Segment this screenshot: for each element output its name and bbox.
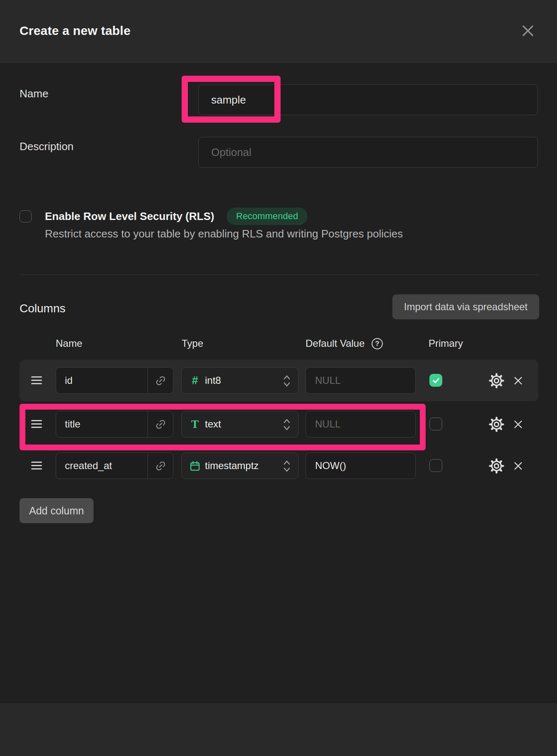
column-header-type: Type <box>182 338 203 349</box>
primary-checkbox[interactable] <box>429 459 442 472</box>
column-settings-button[interactable] <box>488 372 505 389</box>
default-value-cell <box>306 452 416 479</box>
add-column-button[interactable]: Add column <box>20 498 94 523</box>
column-name-cell <box>56 367 173 394</box>
drag-handle-icon[interactable] <box>31 376 42 384</box>
x-icon <box>513 460 524 472</box>
dialog-header: Create a new table <box>0 0 557 64</box>
default-value-input[interactable] <box>306 368 415 393</box>
column-row-title: T text <box>20 403 538 445</box>
dialog-title: Create a new table <box>20 24 131 38</box>
link-icon <box>155 419 166 430</box>
description-label: Description <box>20 140 74 153</box>
chevron-up-down-icon <box>282 373 291 388</box>
check-icon <box>431 376 441 385</box>
column-name-input[interactable] <box>56 411 148 437</box>
remove-column-button[interactable] <box>512 460 524 472</box>
help-icon[interactable]: ? <box>372 338 383 349</box>
column-settings-button[interactable] <box>488 416 505 432</box>
column-settings-button[interactable] <box>488 457 505 474</box>
default-value-cell <box>306 411 416 437</box>
column-header-name: Name <box>56 338 82 349</box>
column-type-select[interactable]: # int8 <box>181 367 298 394</box>
default-value-input[interactable] <box>306 411 415 437</box>
column-type-select[interactable]: timestamptz <box>181 452 298 479</box>
foreign-key-button[interactable] <box>148 411 173 437</box>
text-type-icon: T <box>189 418 201 431</box>
column-header-default-value: Default Value <box>306 338 365 349</box>
remove-column-button[interactable] <box>512 374 524 387</box>
default-value-cell <box>306 367 416 394</box>
link-icon <box>155 460 166 472</box>
rls-label: Enable Row Level Security (RLS) <box>45 210 214 223</box>
column-name-cell <box>56 411 173 437</box>
chevron-up-down-icon <box>282 459 291 474</box>
close-button[interactable] <box>519 22 537 40</box>
foreign-key-button[interactable] <box>148 453 173 479</box>
table-name-input[interactable] <box>198 84 538 115</box>
column-row-id: # int8 <box>20 360 538 401</box>
remove-column-button[interactable] <box>512 418 524 430</box>
primary-checkbox[interactable] <box>429 374 442 387</box>
gear-icon <box>489 373 504 388</box>
drag-handle-icon[interactable] <box>31 462 42 469</box>
gear-icon <box>489 458 504 474</box>
close-icon <box>520 23 536 39</box>
column-name-cell <box>56 452 173 479</box>
gear-icon <box>489 417 504 432</box>
description-input[interactable] <box>198 137 538 168</box>
rls-description: Restrict access to your table by enablin… <box>45 227 403 240</box>
link-icon <box>155 375 166 386</box>
create-table-dialog: Create a new table Name Description Enab… <box>0 0 557 756</box>
columns-heading: Columns <box>20 302 65 315</box>
chevron-up-down-icon <box>282 417 291 432</box>
primary-checkbox[interactable] <box>429 418 442 430</box>
dialog-footer: Cancel Save <box>0 703 557 756</box>
default-value-input[interactable] <box>306 453 415 479</box>
column-header-primary: Primary <box>429 338 463 349</box>
drag-handle-icon[interactable] <box>31 420 42 428</box>
column-type-select[interactable]: T text <box>181 411 298 437</box>
column-name-input[interactable] <box>56 368 148 393</box>
name-label: Name <box>20 87 48 100</box>
import-spreadsheet-button[interactable]: Import data via spreadsheet <box>392 294 539 319</box>
foreign-key-button[interactable] <box>148 368 173 393</box>
x-icon <box>513 375 524 386</box>
section-divider <box>20 274 539 275</box>
column-name-input[interactable] <box>56 453 148 479</box>
hash-icon: # <box>189 374 201 387</box>
rls-checkbox[interactable] <box>20 210 32 222</box>
recommended-badge: Recommended <box>227 208 308 225</box>
column-row-created-at: timestamptz <box>20 445 538 487</box>
calendar-icon <box>189 460 201 472</box>
x-icon <box>513 419 524 430</box>
